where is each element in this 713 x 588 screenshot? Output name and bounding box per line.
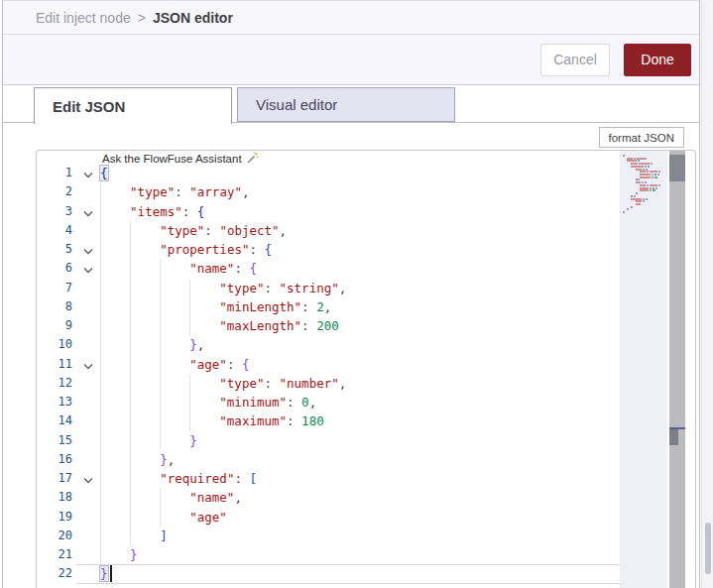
format-json-button[interactable]: format JSON	[599, 127, 684, 148]
code-line[interactable]: 10},	[37, 335, 620, 354]
code-line[interactable]: 8"minLength": 2,	[37, 297, 620, 316]
indent-guide	[189, 279, 190, 297]
code-line[interactable]: 16},	[37, 450, 620, 469]
code-text: },	[189, 335, 204, 354]
code-line[interactable]: 18"name",	[37, 488, 620, 507]
edit-tray: Edit inject node > JSON editor Cancel Do…	[2, 0, 700, 588]
indent-guide	[100, 412, 101, 430]
editor-scrollbar-thumb[interactable]	[669, 155, 685, 181]
json-code-editor[interactable]: Ask the FlowFuse Assistant 1{2"type": "a…	[36, 150, 696, 588]
code-line[interactable]: 3"items": {	[37, 202, 620, 221]
line-number: 11	[43, 355, 72, 374]
line-number: 20	[43, 527, 72, 545]
fold-chevron-icon[interactable]	[82, 473, 96, 485]
line-number: 16	[43, 450, 72, 469]
line-number: 22	[43, 564, 72, 583]
code-text: "type": "object",	[160, 221, 287, 240]
indent-guide	[100, 355, 101, 374]
indent-guide	[130, 488, 131, 507]
tab-visual-editor[interactable]: Visual editor	[237, 87, 455, 122]
page-scrollbar[interactable]	[701, 0, 713, 588]
minimap-line	[620, 166, 667, 168]
code-line[interactable]: 7"type": "string",	[37, 279, 620, 297]
assistant-hint[interactable]: Ask the FlowFuse Assistant	[102, 152, 259, 165]
tab-edit-json[interactable]: Edit JSON	[34, 87, 232, 124]
code-text: "maxLength": 200	[219, 316, 338, 335]
code-line[interactable]: 21}	[37, 545, 620, 564]
indent-guide	[130, 508, 131, 527]
minimap-line	[620, 192, 667, 194]
indent-guide	[189, 297, 190, 316]
line-number: 13	[43, 393, 72, 412]
indent-guide	[160, 335, 161, 354]
cancel-button[interactable]: Cancel	[540, 44, 610, 76]
done-button[interactable]: Done	[624, 44, 691, 76]
indent-guide	[160, 393, 161, 412]
magic-wand-icon	[246, 152, 259, 165]
fold-chevron-icon[interactable]	[82, 263, 96, 275]
indent-guide	[189, 374, 190, 393]
code-line[interactable]: 14"maximum": 180	[37, 412, 620, 430]
indent-guide	[130, 279, 131, 297]
indent-guide	[100, 374, 101, 393]
fold-chevron-icon[interactable]	[82, 244, 96, 256]
line-number: 3	[43, 202, 72, 221]
code-line[interactable]: 22}	[37, 564, 620, 583]
line-number: 21	[43, 545, 72, 564]
code-line[interactable]: 12"type": "number",	[37, 374, 620, 393]
code-text: },	[160, 450, 175, 469]
indent-guide	[130, 259, 131, 278]
fold-chevron-icon[interactable]	[82, 206, 96, 218]
indent-guide	[130, 527, 131, 545]
fold-chevron-icon[interactable]	[82, 359, 96, 371]
minimap-line	[620, 163, 667, 165]
minimap[interactable]	[620, 151, 667, 588]
indent-guide	[160, 316, 161, 335]
code-text: "type": "array",	[130, 182, 249, 201]
breadcrumb: Edit inject node > JSON editor	[3, 1, 699, 35]
indent-guide	[130, 316, 131, 335]
code-lines[interactable]: 1{2"type": "array",3"items": {4"type": "…	[37, 164, 620, 588]
page-scrollbar-thumb[interactable]	[705, 523, 711, 574]
fold-chevron-icon[interactable]	[82, 168, 96, 179]
code-line[interactable]: 6"name": {	[37, 259, 620, 278]
indent-guide	[160, 508, 161, 527]
indent-guide	[100, 545, 101, 564]
code-text: "required": [	[160, 469, 257, 488]
code-line[interactable]: 17"required": [	[37, 469, 620, 488]
code-line[interactable]: 11"age": {	[37, 355, 620, 374]
indent-guide	[100, 469, 101, 488]
minimap-line	[620, 211, 667, 213]
indent-guide	[100, 297, 101, 316]
minimap-line	[620, 208, 667, 210]
minimap-line	[620, 198, 667, 200]
line-number: 6	[43, 259, 72, 278]
indent-guide	[160, 374, 161, 393]
indent-guide	[130, 450, 131, 469]
tab-content-area: Edit JSON Visual editor format JSON Ask …	[3, 86, 699, 588]
code-line[interactable]: 1{	[37, 164, 620, 182]
current-line-highlight	[76, 564, 620, 583]
line-number: 5	[43, 240, 72, 259]
editor-scrollbar[interactable]	[669, 151, 685, 588]
indent-guide	[100, 202, 101, 221]
code-line[interactable]: 4"type": "object",	[37, 221, 620, 240]
indent-guide	[160, 431, 161, 450]
code-line[interactable]: 19"age"	[37, 508, 620, 527]
line-number: 18	[43, 488, 72, 507]
minimap-line	[620, 187, 667, 189]
code-line[interactable]: 13"minimum": 0,	[37, 393, 620, 412]
code-line[interactable]: 15}	[37, 431, 620, 450]
code-line[interactable]: 9"maxLength": 200	[37, 316, 620, 335]
code-line[interactable]: 2"type": "array",	[37, 182, 620, 201]
code-line[interactable]: 20]	[37, 527, 620, 545]
code-line[interactable]: 5"properties": {	[37, 240, 620, 259]
line-number: 1	[43, 164, 72, 182]
json-editor-dialog: Edit inject node > JSON editor Cancel Do…	[0, 0, 713, 588]
indent-guide	[130, 469, 131, 488]
code-text: }	[130, 545, 138, 564]
indent-guide	[100, 259, 101, 278]
indent-guide	[160, 297, 161, 316]
code-text: {	[100, 164, 108, 182]
breadcrumb-parent-link[interactable]: Edit inject node	[36, 10, 131, 26]
